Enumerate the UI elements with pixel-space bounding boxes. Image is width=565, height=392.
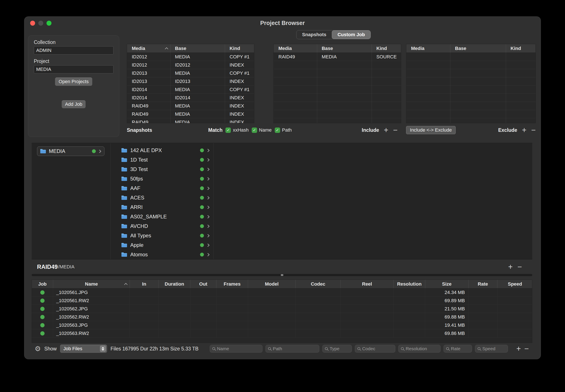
folder-item[interactable]: 50fps	[113, 174, 212, 183]
column-header-codec[interactable]: Codec	[296, 280, 341, 288]
folder-item[interactable]: ACES	[113, 193, 212, 202]
search-field[interactable]: Codec	[355, 345, 395, 353]
column-header-kind[interactable]: Kind	[506, 44, 536, 53]
snapshot-row[interactable]: ID2013 ID2013 INDEX	[127, 77, 254, 85]
close-button[interactable]	[30, 21, 35, 26]
folder-item[interactable]: 142 ALE DPX	[113, 146, 212, 155]
column-header-rate[interactable]: Rate	[469, 280, 497, 288]
column-header-job[interactable]: Job	[32, 280, 53, 288]
folder-item[interactable]: Atomos	[113, 250, 212, 259]
file-row[interactable]: _1020561.RW2 69.89 MB	[32, 297, 532, 305]
column-header-model[interactable]: Model	[248, 280, 296, 288]
exclude-remove-icon[interactable]: −	[531, 126, 536, 134]
snapshots-table[interactable]: Media Base Kind ID2012 MEDIA COPY #1 ID2…	[127, 44, 254, 123]
search-field[interactable]: Path	[265, 345, 319, 353]
column-header-kind[interactable]: Kind	[225, 44, 254, 53]
search-field[interactable]: Resolution	[398, 345, 441, 353]
folder-item[interactable]: AAF	[113, 183, 212, 193]
folder-item[interactable]: All Types	[113, 231, 212, 240]
file-row[interactable]: _1020563.JPG 19.41 MB	[32, 321, 532, 329]
chevron-right-icon	[206, 206, 210, 209]
tab-custom-job[interactable]: Custom Job	[332, 30, 370, 39]
search-field[interactable]: Rate	[443, 345, 472, 353]
file-row[interactable]: _1020561.JPG 24.34 MB	[32, 288, 532, 297]
column-header-speed[interactable]: Speed	[497, 280, 532, 288]
column-header-media[interactable]: Media	[127, 44, 170, 53]
snapshot-row[interactable]: ID2012 MEDIA COPY #1	[127, 53, 254, 61]
search-field[interactable]: Speed	[475, 345, 508, 353]
snapshot-row[interactable]: ID2014 ID2014 INDEX	[127, 94, 254, 102]
include-table[interactable]: Media Base Kind RAID49 MEDIA SOURCE	[274, 44, 401, 123]
snapshot-row[interactable]: RAID49 MEDIA INDEX	[127, 102, 254, 110]
file-row[interactable]: _1020562.JPG 21.50 MB	[32, 305, 532, 313]
folder-item[interactable]: AVCHD	[113, 221, 212, 231]
add-job-button[interactable]: Add Job	[62, 100, 86, 108]
include-remove-icon[interactable]: −	[393, 126, 398, 134]
column-header-size[interactable]: Size	[425, 280, 469, 288]
search-field[interactable]: Name	[210, 345, 262, 353]
files-table-header[interactable]: Job Name In Duration Out Frames Model Co…	[32, 280, 532, 288]
column-header-kind[interactable]: Kind	[372, 44, 401, 53]
include-exclude-swap-button[interactable]: Include <-> Exclude	[406, 126, 456, 134]
zoom-button[interactable]	[46, 21, 52, 26]
settings-gear-icon[interactable]: ⚙	[35, 345, 41, 352]
cell-kind: COPY #1	[225, 69, 254, 77]
path-checkbox[interactable]	[275, 127, 280, 133]
tab-snapshots[interactable]: Snapshots	[296, 30, 332, 39]
column-header-base[interactable]: Base	[317, 44, 372, 53]
match-path[interactable]: Path	[275, 127, 292, 133]
pane-splitter[interactable]	[32, 274, 532, 276]
show-filter-dropdown[interactable]: Job Files	[60, 345, 107, 353]
column-header-duration[interactable]: Duration	[159, 280, 190, 288]
status-dot	[200, 186, 204, 190]
folder-item[interactable]: AS02_SAMPLE	[113, 212, 212, 221]
file-row[interactable]: _1020562.RW2 69.88 MB	[32, 313, 532, 321]
include-row[interactable]: RAID49 MEDIA SOURCE	[274, 53, 401, 61]
cell-base: MEDIA	[170, 118, 225, 123]
splitter-handle[interactable]	[281, 274, 283, 276]
collection-input[interactable]	[34, 46, 113, 55]
file-row[interactable]: _1020563.RW2 69.86 MB	[32, 329, 532, 337]
exclude-table-header[interactable]: Media Base Kind	[406, 44, 536, 53]
snapshots-table-header[interactable]: Media Base Kind	[127, 44, 254, 53]
column-header-frames[interactable]: Frames	[216, 280, 248, 288]
folder-item[interactable]: 3D Test	[113, 165, 212, 174]
exclude-add-icon[interactable]: +	[522, 126, 526, 134]
statusbar-remove-icon[interactable]: −	[524, 345, 529, 353]
exclude-table[interactable]: Media Base Kind	[406, 44, 536, 123]
column-header-base[interactable]: Base	[170, 44, 225, 53]
files-add-icon[interactable]: +	[508, 263, 513, 271]
column-header-out[interactable]: Out	[190, 280, 216, 288]
browser-root-media[interactable]: MEDIA	[37, 146, 104, 156]
open-projects-button[interactable]: Open Projects	[55, 77, 92, 86]
files-table[interactable]: Job Name In Duration Out Frames Model Co…	[32, 280, 532, 343]
statusbar-add-icon[interactable]: +	[516, 345, 521, 353]
name-checkbox[interactable]	[252, 127, 257, 133]
column-header-resolution[interactable]: Resolution	[394, 280, 425, 288]
column-header-base[interactable]: Base	[450, 44, 506, 53]
snapshot-row[interactable]: ID2012 ID2012 INDEX	[127, 61, 254, 69]
snapshot-row[interactable]: RAID49 MEDIA INDEX	[127, 110, 254, 118]
snapshot-row[interactable]: RAID49 MEDIA INDEX	[127, 118, 254, 123]
snapshot-row[interactable]: ID2014 MEDIA COPY #1	[127, 85, 254, 94]
column-header-media[interactable]: Media	[274, 44, 317, 53]
column-header-name[interactable]: Name	[53, 280, 130, 288]
include-add-icon[interactable]: +	[384, 126, 388, 134]
column-header-in[interactable]: In	[130, 280, 159, 288]
xxhash-checkbox[interactable]	[225, 127, 231, 133]
column-header-reel[interactable]: Reel	[341, 280, 394, 288]
match-xxhash[interactable]: xxHash	[225, 127, 248, 133]
match-name[interactable]: Name	[252, 127, 272, 133]
include-table-header[interactable]: Media Base Kind	[274, 44, 401, 53]
file-browser: MEDIA 142 ALE DPX	[32, 143, 532, 260]
search-field[interactable]: Type	[322, 345, 352, 353]
folder-item[interactable]: ARRI	[113, 202, 212, 212]
files-remove-icon[interactable]: −	[517, 263, 522, 271]
column-header-media[interactable]: Media	[406, 44, 450, 53]
folder-item[interactable]: 1D Test	[113, 155, 212, 165]
snapshot-row[interactable]: ID2013 MEDIA COPY #1	[127, 69, 254, 77]
minimize-button[interactable]	[38, 21, 43, 26]
project-input[interactable]	[34, 65, 113, 73]
titlebar[interactable]: Project Browser	[24, 16, 541, 30]
folder-item[interactable]: Apple	[113, 240, 212, 250]
